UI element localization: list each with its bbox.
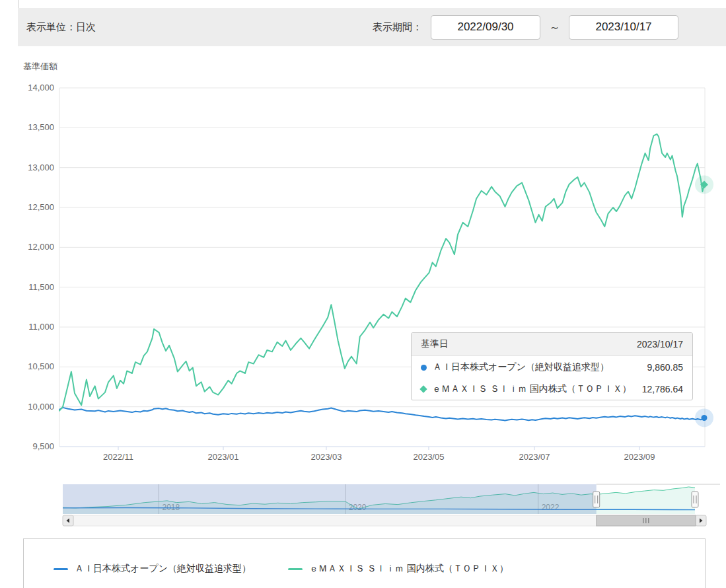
last-point-circle-marker-icon xyxy=(702,415,708,421)
y-tick-label: 11,500 xyxy=(28,282,54,292)
chart-tooltip: 基準日 2023/10/17 ＡＩ日本株式オープン（絶対収益追求型） 9,860… xyxy=(411,332,693,400)
legend-items: ＡＩ日本株式オープン（絶対収益追求型） ｅＭＡＸＩＳ Ｓｌｉｍ 国内株式（ＴＯＰ… xyxy=(24,539,705,575)
display-unit-label: 表示単位：日次 xyxy=(26,21,96,34)
legend-item-topix-fund[interactable]: ｅＭＡＸＩＳ Ｓｌｉｍ 国内株式（ＴＯＰＩＸ） xyxy=(288,563,509,575)
tooltip-row-topix-fund: ｅＭＡＸＩＳ Ｓｌｉｍ 国内株式（ＴＯＰＩＸ） 12,786.64 xyxy=(412,378,692,400)
tooltip-series-label: ＡＩ日本株式オープン（絶対収益追求型） xyxy=(433,361,609,373)
tooltip-date-value: 2023/10/17 xyxy=(637,339,683,349)
navigator-handle-right[interactable] xyxy=(692,492,698,507)
blue-line-swatch-icon xyxy=(54,568,68,570)
navigator-handle-left[interactable] xyxy=(593,492,600,507)
y-tick-label: 13,000 xyxy=(28,163,54,172)
x-tick-label: 2022/11 xyxy=(103,452,133,462)
x-tick-label: 2023/03 xyxy=(310,452,342,462)
period-tilde: ～ xyxy=(549,20,560,35)
y-tick-label: 10,500 xyxy=(28,361,54,371)
x-tick-label: 2023/07 xyxy=(519,452,550,462)
x-tick-label: 2023/01 xyxy=(208,452,239,462)
y-tick-label: 14,000 xyxy=(28,83,54,92)
tooltip-date-label: 基準日 xyxy=(421,338,449,350)
tooltip-series-value: 12,786.64 xyxy=(642,384,683,394)
blue-circle-marker-icon xyxy=(421,365,427,371)
y-tick-label: 12,500 xyxy=(28,202,54,212)
y-axis-title: 基準価額 xyxy=(23,61,57,73)
y-tick-label: 13,500 xyxy=(28,122,54,132)
period-end-input[interactable] xyxy=(569,15,678,40)
x-tick-label: 2023/09 xyxy=(624,452,655,462)
tooltip-row-ai-fund: ＡＩ日本株式オープン（絶対収益追求型） 9,860.85 xyxy=(412,356,692,378)
navigator-mask[interactable] xyxy=(63,484,597,514)
legend-label: ｅＭＡＸＩＳ Ｓｌｉｍ 国内株式（ＴＯＰＩＸ） xyxy=(309,563,509,575)
green-diamond-marker-icon xyxy=(419,385,427,392)
y-tick-label: 11,000 xyxy=(28,322,54,332)
fund-chart-page: 表示単位：日次 表示期間： ～ 基準価額 9,50010,00010,50011… xyxy=(0,0,726,588)
tooltip-header: 基準日 2023/10/17 xyxy=(412,333,692,356)
price-chart[interactable]: 9,50010,00010,50011,00011,50012,00012,50… xyxy=(0,0,726,588)
y-tick-label: 10,000 xyxy=(28,402,54,412)
display-settings-bar: 表示単位：日次 表示期間： ～ xyxy=(18,8,726,46)
period-start-input[interactable] xyxy=(431,15,540,40)
legend-item-ai-fund[interactable]: ＡＩ日本株式オープン（絶対収益追求型） xyxy=(54,563,251,575)
tooltip-series-value: 9,860.85 xyxy=(647,362,684,373)
legend-label: ＡＩ日本株式オープン（絶対収益追求型） xyxy=(75,563,251,575)
tooltip-series-label: ｅＭＡＸＩＳ Ｓｌｉｍ 国内株式（ＴＯＰＩＸ） xyxy=(432,383,632,395)
display-period-group: 表示期間： ～ xyxy=(373,15,678,40)
chart-legend: ＡＩ日本株式オープン（絶対収益追求型） ｅＭＡＸＩＳ Ｓｌｉｍ 国内株式（ＴＯＰ… xyxy=(23,538,706,588)
x-tick-label: 2023/05 xyxy=(413,452,444,462)
y-tick-label: 9,500 xyxy=(32,441,54,451)
green-line-swatch-icon xyxy=(288,568,303,570)
y-tick-label: 12,000 xyxy=(28,242,54,252)
display-period-label: 表示期間： xyxy=(373,21,422,34)
